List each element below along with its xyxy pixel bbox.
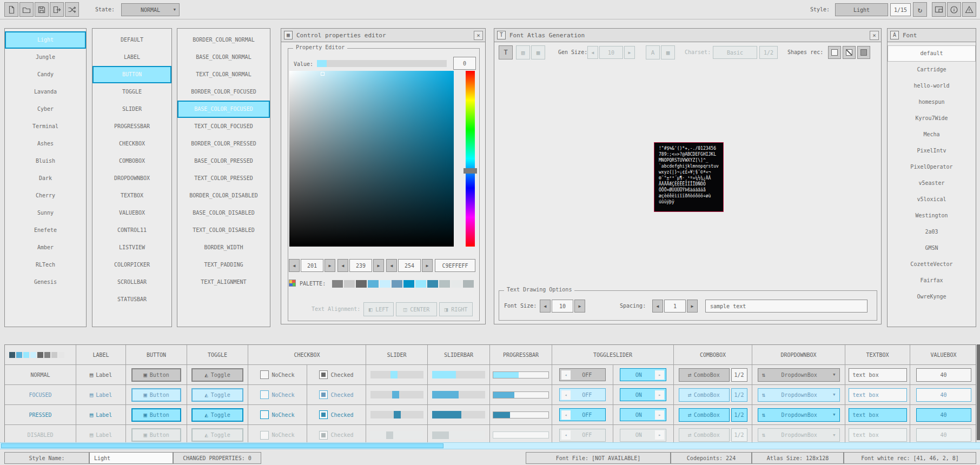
control-item[interactable]: SLIDER — [92, 101, 171, 118]
demo-textbox[interactable]: text box — [849, 388, 907, 402]
color-swatch[interactable] — [415, 280, 426, 288]
font-item[interactable]: Mecha — [888, 127, 976, 143]
property-item[interactable]: TEXT_COLOR_PRESSED — [177, 170, 270, 187]
green-decrease-button[interactable]: ◀ — [337, 259, 348, 272]
text-mode-button[interactable]: T — [499, 45, 513, 59]
property-item[interactable]: TEXT_PADDING — [177, 256, 270, 274]
load-style-button[interactable] — [19, 2, 34, 17]
slider-handle[interactable] — [392, 391, 399, 398]
control-item[interactable]: PROGRESSBAR — [92, 118, 171, 135]
control-item[interactable]: CONTROL11 — [92, 222, 171, 239]
horizontal-scrollbar[interactable] — [0, 442, 980, 449]
slider-handle[interactable] — [390, 371, 398, 378]
color-picker-panel[interactable] — [289, 71, 454, 247]
demo-checkbox-unchecked[interactable]: NoCheck — [248, 405, 307, 424]
atlas-close-button[interactable]: × — [870, 31, 879, 40]
property-item[interactable]: BORDER_COLOR_DISABLED — [177, 187, 270, 204]
value-box[interactable]: 0 — [453, 57, 476, 70]
demo-toggleslider-off[interactable]: ◂ OFF — [559, 408, 606, 421]
spacing-decrease-button[interactable]: ◀ — [652, 300, 663, 313]
demo-textbox[interactable]: text box — [849, 408, 907, 422]
editor-close-button[interactable]: × — [474, 31, 483, 40]
demo-sliderbar[interactable] — [432, 371, 485, 378]
color-swatch[interactable] — [51, 352, 57, 358]
state-dropdown[interactable]: NORMAL ▼ — [121, 3, 180, 16]
shapes-rec-diagonal-button[interactable] — [843, 46, 856, 59]
control-item[interactable]: LISTVIEW — [92, 239, 171, 256]
demo-button[interactable]: ▣ Button — [131, 368, 181, 382]
demo-button[interactable]: ▣ Button — [131, 408, 181, 422]
spacing-increase-button[interactable]: ▶ — [687, 300, 698, 313]
green-value-box[interactable]: 239 — [349, 259, 372, 272]
control-item[interactable]: VALUEBOX — [92, 204, 171, 222]
table-vertical-scrollbar[interactable] — [977, 344, 980, 440]
font-size-value[interactable]: 10 — [552, 300, 573, 313]
atlas-view-button[interactable]: ▩ — [531, 45, 545, 59]
font-item[interactable]: PixelIntv — [888, 143, 976, 159]
font-item[interactable]: homespun — [888, 94, 976, 110]
font-size-decrease-button[interactable]: ◀ — [540, 300, 551, 313]
demo-sliderbar[interactable] — [432, 391, 485, 398]
editor-titlebar[interactable]: ▦ Control properties editor — [281, 29, 485, 42]
color-swatch[interactable] — [392, 280, 402, 288]
screen-scale-button[interactable] — [932, 2, 946, 17]
demo-dropdownbox[interactable]: ⇅ DropdownBox ▼ — [758, 368, 840, 382]
demo-dropdownbox[interactable]: ⇅ DropdownBox ▼ — [758, 388, 840, 402]
color-swatch[interactable] — [380, 280, 390, 288]
sample-text-input[interactable]: sample text — [705, 300, 868, 313]
status-style-name-value[interactable]: Light — [89, 452, 173, 464]
color-swatch[interactable] — [368, 280, 379, 288]
demo-toggleslider-on[interactable]: ON ▸ — [620, 429, 666, 442]
property-item[interactable]: BORDER_COLOR_NORMAL — [177, 31, 270, 49]
align-left-button[interactable]: ◧ LEFT — [363, 302, 394, 316]
report-issue-button[interactable] — [962, 2, 976, 17]
style-item[interactable]: Cherry — [5, 187, 86, 204]
color-swatch[interactable] — [344, 280, 355, 288]
export-style-button[interactable] — [50, 2, 64, 17]
demo-textbox[interactable]: text box — [849, 428, 907, 442]
demo-checkbox-checked[interactable]: Checked — [307, 365, 366, 384]
font-item[interactable]: v5loxical — [888, 191, 976, 208]
hue-handle[interactable] — [463, 168, 477, 174]
font-size-increase-button[interactable]: ▶ — [574, 300, 585, 313]
align-right-button[interactable]: ◨ RIGHT — [439, 302, 473, 316]
reload-style-button[interactable]: ↻ — [913, 2, 927, 17]
demo-checkbox-unchecked[interactable]: NoCheck — [248, 365, 307, 384]
property-item[interactable]: TEXT_COLOR_FOCUSED — [177, 118, 270, 135]
gen-size-decrease-button[interactable]: ◀ — [587, 46, 598, 59]
demo-sliderbar[interactable] — [432, 431, 485, 439]
demo-toggle[interactable]: ◭ Toggle — [191, 368, 243, 382]
control-item[interactable]: TEXTBOX — [92, 187, 171, 204]
style-item[interactable]: Jungle — [5, 49, 86, 66]
font-item[interactable]: GMSN — [888, 240, 976, 256]
shapes-rec-white-button[interactable] — [828, 46, 841, 59]
color-swatch[interactable] — [37, 352, 43, 358]
control-item[interactable]: DEFAULT — [92, 31, 171, 49]
demo-combobox[interactable]: ⇄ ComboBox — [679, 428, 730, 442]
demo-combobox-counter[interactable]: 1/2 — [731, 368, 747, 382]
demo-slider[interactable] — [370, 431, 423, 439]
red-increase-button[interactable]: ▶ — [325, 259, 335, 272]
demo-toggleslider-off[interactable]: ◂ OFF — [559, 388, 606, 401]
save-style-button[interactable] — [35, 2, 49, 17]
random-style-button[interactable] — [65, 2, 79, 17]
demo-checkbox-checked[interactable]: Checked — [307, 405, 366, 424]
property-item[interactable]: TEXT_ALIGNMENT — [177, 274, 270, 291]
style-item[interactable]: Enefete — [5, 222, 86, 239]
color-swatch[interactable] — [23, 352, 29, 358]
color-picker-cursor[interactable] — [321, 72, 325, 76]
property-item[interactable]: BORDER_WIDTH — [177, 239, 270, 256]
value-slider[interactable] — [317, 60, 447, 67]
font-item[interactable]: OwreKynge — [888, 289, 976, 305]
demo-toggleslider-off[interactable]: ◂ OFF — [559, 429, 606, 442]
gen-size-increase-button[interactable]: ▶ — [624, 46, 635, 59]
style-item[interactable]: Ashes — [5, 135, 86, 152]
font-item[interactable]: hello-world — [888, 78, 976, 94]
property-item[interactable]: BASE_COLOR_PRESSED — [177, 152, 270, 170]
red-decrease-button[interactable]: ◀ — [289, 259, 300, 272]
demo-combobox[interactable]: ⇄ ComboBox — [679, 408, 730, 422]
control-item[interactable]: STATUSBAR — [92, 291, 171, 308]
style-counter-button[interactable]: 1/15 — [890, 3, 911, 16]
color-swatch[interactable] — [30, 352, 36, 358]
new-style-button[interactable] — [4, 2, 18, 17]
